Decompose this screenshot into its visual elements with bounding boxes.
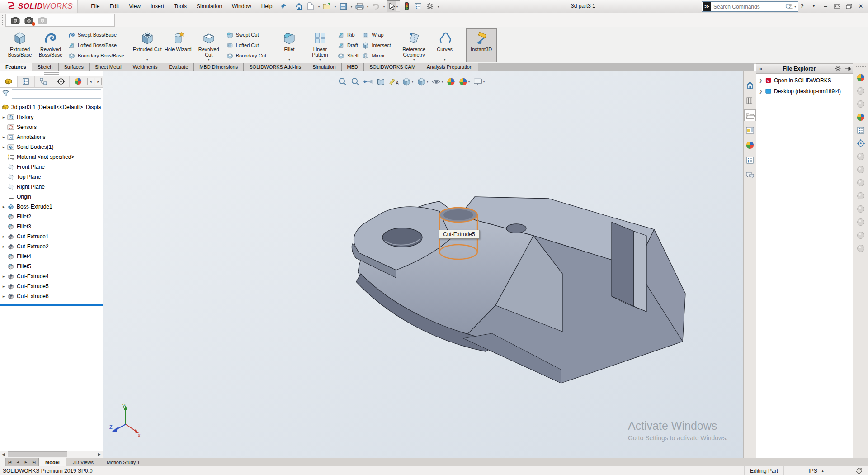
model-tab[interactable]: Model — [39, 458, 66, 466]
reference-geometry-button[interactable]: Reference Geometry ▾ — [399, 28, 429, 62]
close-button[interactable]: ✕ — [855, 1, 866, 11]
dropdown-arrow-icon[interactable]: ▾ — [413, 57, 415, 62]
display-settings-button[interactable] — [413, 1, 424, 11]
edit-appearance-button[interactable] — [447, 77, 456, 86]
scroll-left-icon[interactable]: ◀ — [0, 451, 7, 458]
boundary-cut-button[interactable]: Boundary Cut — [226, 51, 266, 60]
tree-item-cut-extrude5[interactable]: ▸Cut-Extrude5 — [0, 281, 103, 291]
view-orientation-button[interactable]: ▾ — [401, 77, 413, 86]
intersect-button[interactable]: Intersect — [362, 41, 391, 50]
rollback-bar[interactable] — [0, 304, 103, 306]
dropdown-arrow-icon[interactable]: ▾ — [333, 5, 337, 9]
appearances-scenes-icon[interactable] — [744, 139, 756, 151]
scroll-right-icon[interactable]: ▶ — [96, 451, 103, 458]
dropdown-arrow-icon[interactable]: ▾ — [366, 5, 369, 9]
custom-properties-icon[interactable] — [744, 154, 756, 166]
revolved-boss-button[interactable]: Revolved Boss/Base — [35, 28, 66, 62]
cascade-windows-button[interactable] — [844, 1, 854, 11]
scrollbar-thumb[interactable] — [8, 451, 67, 457]
lofted-boss-button[interactable]: Lofted Boss/Base — [68, 41, 124, 50]
edit-appearance-icon[interactable] — [856, 73, 865, 82]
display-style-button[interactable]: ▾ — [416, 77, 428, 86]
dropdown-arrow-icon[interactable]: ▾ — [483, 80, 485, 84]
expand-arrow-icon[interactable]: ▸ — [0, 244, 7, 249]
explorer-item-desktop[interactable]: ❯ Desktop (desktop-nm189t4) — [756, 87, 853, 95]
pin-panel-icon[interactable] — [843, 66, 853, 71]
zoom-to-area-button[interactable] — [350, 77, 360, 86]
expand-arrow-icon[interactable]: ❯ — [759, 78, 763, 83]
minimize-button[interactable]: – — [820, 1, 831, 11]
expand-arrow-icon[interactable]: ❯ — [759, 89, 763, 94]
3d-views-tab[interactable]: 3D Views — [66, 458, 100, 466]
user-account-icon[interactable] — [785, 1, 796, 11]
zoom-to-fit-button[interactable] — [338, 77, 347, 86]
undo-button[interactable] — [370, 1, 381, 11]
unit-dropdown-icon[interactable]: ▲ — [821, 469, 825, 473]
restore-button[interactable] — [832, 1, 843, 11]
tree-item-solid-bodies[interactable]: ▸Solid Bodies(1) — [0, 142, 103, 152]
forum-icon[interactable] — [744, 169, 756, 181]
toolbar-grip[interactable] — [1, 14, 3, 25]
status-tag-icon[interactable] — [849, 466, 868, 475]
motion-study-tab[interactable]: Motion Study 1 — [100, 458, 146, 466]
expand-arrow-icon[interactable]: ▸ — [0, 115, 7, 119]
revolved-cut-button[interactable]: Revolved Cut ▾ — [193, 28, 224, 62]
dropdown-arrow-icon[interactable]: ▾ — [436, 5, 440, 9]
dropdown-arrow-icon[interactable]: ▾ — [396, 1, 400, 11]
apply-scene-button[interactable]: ▾ — [459, 77, 470, 86]
view-palette-icon[interactable] — [744, 124, 756, 136]
view-settings-button[interactable]: ▾ — [473, 77, 485, 86]
graphics-viewport[interactable]: A ▾ ▾ ▾ ▾ ▾ Cut-Extrude5 Y X Z Activate … — [103, 71, 743, 458]
dropdown-arrow-icon[interactable]: ▾ — [146, 57, 148, 62]
tree-item-front-plane[interactable]: Front Plane — [0, 162, 103, 172]
tab-mbd[interactable]: MBD — [342, 63, 364, 71]
hole-wizard-button[interactable]: Hole Wizard — [163, 28, 193, 62]
dropdown-arrow-icon[interactable]: ▾ — [411, 80, 413, 84]
menu-window[interactable]: Window — [227, 0, 256, 13]
extruded-boss-button[interactable]: Extruded Boss/Base — [5, 28, 35, 62]
prev-tab-icon[interactable]: ◀ — [14, 458, 22, 466]
tree-item-history[interactable]: ▸History — [0, 112, 103, 122]
rib-button[interactable]: Rib — [337, 30, 358, 39]
expand-arrow-icon[interactable]: ▸ — [0, 204, 7, 209]
wrap-button[interactable]: Wrap — [362, 30, 391, 39]
menu-file[interactable]: File — [86, 0, 104, 13]
tree-item-boss-extrude1[interactable]: ▸Boss-Extrude1 — [0, 202, 103, 212]
model-3d-view[interactable] — [103, 71, 743, 458]
tree-item-right-plane[interactable]: Right Plane — [0, 182, 103, 192]
dynamic-annotation-button[interactable]: A — [388, 78, 398, 86]
home-button[interactable] — [293, 1, 304, 11]
tab-solidworks-cam[interactable]: SOLIDWORKS CAM — [364, 63, 421, 71]
instant3d-button[interactable]: Instant3D — [466, 28, 497, 62]
featuremanager-tab[interactable] — [0, 76, 18, 87]
screen-capture-icon[interactable] — [10, 16, 20, 25]
previous-view-button[interactable] — [363, 78, 373, 86]
menu-insert[interactable]: Insert — [146, 0, 169, 13]
save-button[interactable] — [338, 1, 349, 11]
expand-arrow-icon[interactable]: ▸ — [0, 135, 7, 139]
fillet-button[interactable]: Fillet ▾ — [274, 28, 305, 62]
tree-item-material[interactable]: Material <not specified> — [0, 152, 103, 162]
boundary-boss-button[interactable]: Boundary Boss/Base — [68, 51, 124, 60]
dropdown-arrow-icon[interactable]: ▾ — [808, 1, 819, 11]
tab-evaluate[interactable]: Evaluate — [163, 63, 194, 71]
tab-weldments[interactable]: Weldments — [127, 63, 164, 71]
swept-cut-button[interactable]: Swept Cut — [226, 30, 266, 39]
menu-simulation[interactable]: Simulation — [192, 0, 227, 13]
toolbar-grip[interactable] — [856, 66, 866, 68]
tree-item-cut-extrude2[interactable]: ▸Cut-Extrude2 — [0, 242, 103, 252]
tree-item-fillet3[interactable]: Fillet3 — [0, 222, 103, 232]
rebuild-button[interactable] — [401, 1, 412, 11]
dropdown-arrow-icon[interactable]: ▾ — [426, 80, 428, 84]
record-video-icon[interactable] — [24, 16, 34, 25]
expand-arrow-icon[interactable]: ▸ — [0, 274, 7, 279]
dropdown-arrow-icon[interactable]: ▾ — [208, 57, 210, 62]
print-button[interactable] — [354, 1, 365, 11]
tab-features[interactable]: Features — [0, 63, 32, 71]
tree-item-cut-extrude6[interactable]: ▸Cut-Extrude6 — [0, 291, 103, 301]
tree-item-cut-extrude4[interactable]: ▸Cut-Extrude4 — [0, 271, 103, 281]
solidworks-resources-icon[interactable] — [744, 80, 756, 91]
tree-item-top-plane[interactable]: Top Plane — [0, 172, 103, 182]
tree-item-annotations[interactable]: ▸Annotations — [0, 132, 103, 142]
extruded-cut-button[interactable]: Extruded Cut ▾ — [132, 28, 163, 62]
